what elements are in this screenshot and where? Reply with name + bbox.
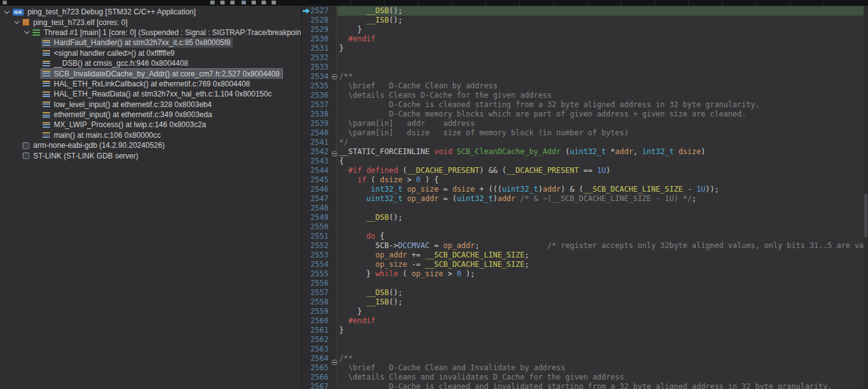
code-line[interactable]: op_addr += __SCB_DCACHE_LINE_SIZE;	[337, 251, 864, 260]
stack-frame-row[interactable]: __DSB() at cmsis_gcc.h:946 0x8004408	[0, 58, 301, 68]
fold-gutter-row[interactable]	[332, 179, 336, 189]
annotation-gutter-row[interactable]	[302, 281, 310, 290]
code-line[interactable]: do {	[337, 232, 864, 241]
code-line[interactable]: \details Cleans and invalidates D_Cache …	[337, 373, 864, 382]
annotation-gutter-row[interactable]	[302, 102, 310, 112]
code-line[interactable]	[337, 279, 864, 288]
code-line[interactable]: __DSB();	[337, 6, 864, 16]
annotation-gutter-row[interactable]	[302, 27, 310, 36]
fold-gutter-row[interactable]	[332, 254, 336, 264]
fold-gutter-row[interactable]	[332, 311, 336, 320]
gdb-server-row[interactable]: ST-LINK (ST-LINK GDB server)	[0, 150, 301, 160]
fold-gutter-row[interactable]	[332, 245, 336, 254]
fold-gutter-row[interactable]	[332, 329, 336, 339]
stack-frame-row[interactable]: main() at main.c:106 0x80000cc	[0, 130, 301, 140]
fold-gutter-row[interactable]	[332, 83, 336, 93]
code-line[interactable]: }	[337, 25, 864, 34]
code-line[interactable]: D-Cache is cleaned and invalidated start…	[337, 382, 864, 389]
annotation-gutter-row[interactable]	[302, 215, 310, 224]
thread-row[interactable]: Thread #1 [main] 1 [core: 0] (Suspended …	[0, 28, 301, 38]
code-line[interactable]: }	[337, 44, 864, 53]
editor-scrollbar[interactable]	[864, 6, 868, 389]
annotation-gutter-row[interactable]	[302, 375, 310, 384]
code-line[interactable]: uint32_t op_addr = (uint32_t)addr /* & ~…	[337, 194, 864, 204]
fold-gutter-row[interactable]	[332, 292, 336, 301]
fold-gutter-row[interactable]	[332, 320, 336, 329]
expander-chevron-icon[interactable]	[13, 18, 21, 26]
annotation-gutter-row[interactable]	[302, 130, 310, 140]
fold-gutter-row[interactable]	[332, 170, 336, 179]
fold-gutter-row[interactable]	[332, 360, 336, 369]
fold-gutter-row[interactable]	[332, 189, 336, 198]
fold-gutter-row[interactable]	[332, 140, 336, 149]
toolbar-icon[interactable]	[262, 1, 266, 4]
annotation-gutter-row[interactable]	[302, 271, 310, 281]
annotation-gutter-row[interactable]	[302, 112, 310, 121]
code-line[interactable]: if ( dsize > 0 ) {	[337, 175, 864, 185]
code-line[interactable]: /**	[337, 72, 864, 81]
toolbar-icon[interactable]	[3, 1, 7, 4]
code-line[interactable]: \param[in] addr address	[337, 119, 864, 128]
fold-collapse-icon[interactable]	[332, 151, 337, 157]
fold-gutter-row[interactable]	[332, 63, 336, 72]
toolbar-icon[interactable]	[242, 1, 246, 4]
fold-gutter-row[interactable]	[332, 348, 336, 358]
fold-gutter-row[interactable]	[332, 16, 336, 25]
annotation-gutter-row[interactable]	[302, 187, 310, 196]
stack-frame-row[interactable]: low_level_input() at ethernetif.c:328 0x…	[0, 100, 301, 110]
toolbar-icon[interactable]	[230, 1, 235, 4]
code-line[interactable]: }	[337, 326, 864, 335]
code-line[interactable]	[337, 63, 864, 72]
annotation-gutter-row[interactable]	[302, 140, 310, 149]
fold-gutter-row[interactable]	[332, 236, 336, 245]
annotation-gutter-row[interactable]	[302, 224, 310, 234]
code-line[interactable]: /**	[337, 354, 864, 363]
fold-gutter-row[interactable]	[332, 34, 336, 44]
annotation-gutter-row[interactable]	[302, 55, 310, 65]
stack-frame-row[interactable]: MX_LWIP_Process() at lwip.c:146 0x8003c2…	[0, 120, 301, 130]
code-line[interactable]: __STATIC_FORCEINLINE void SCB_CleanDCach…	[337, 147, 864, 157]
code-line[interactable]	[337, 204, 864, 213]
annotation-gutter-row[interactable]	[302, 346, 310, 356]
fold-gutter-row[interactable]	[332, 369, 336, 378]
expander-chevron-icon[interactable]	[3, 8, 11, 16]
code-line[interactable]: D-Cache memory blocks which are part of …	[337, 110, 864, 119]
fold-gutter-row[interactable]	[332, 6, 336, 16]
fold-gutter-row[interactable]	[332, 207, 336, 217]
process-row[interactable]: ping_test_h723.elf [cores: 0]	[0, 17, 301, 27]
fold-gutter-row[interactable]	[332, 25, 336, 34]
toolbar-icon[interactable]	[272, 1, 276, 4]
annotation-gutter-row[interactable]	[302, 65, 310, 74]
fold-gutter-row[interactable]	[332, 160, 336, 170]
fold-gutter-row[interactable]	[332, 121, 336, 130]
fold-gutter-row[interactable]	[332, 130, 336, 140]
code-line[interactable]: #endif	[337, 34, 864, 44]
code-line[interactable]: {	[337, 157, 864, 166]
annotation-gutter-row[interactable]	[302, 262, 310, 271]
annotation-gutter-row[interactable]	[302, 177, 310, 187]
annotation-gutter-row[interactable]	[302, 8, 310, 18]
code-line[interactable]	[337, 222, 864, 232]
code-line[interactable]	[337, 53, 864, 63]
launch-config-row[interactable]: IDEping_test_h723 Debug [STM32 C/C++ App…	[0, 7, 301, 17]
fold-collapse-icon[interactable]	[332, 74, 337, 80]
code-line[interactable]: int32_t op_size = dsize + (((uint32_t)ad…	[337, 185, 864, 194]
stack-frame-row[interactable]: <signal handler called>() at 0xffffffe9	[0, 48, 301, 58]
annotation-gutter-row[interactable]	[302, 299, 310, 309]
fold-gutter-row[interactable]	[332, 93, 336, 102]
annotation-gutter-row[interactable]	[302, 356, 310, 365]
fold-gutter-row[interactable]	[332, 264, 336, 273]
gdb-row[interactable]: arm-none-eabi-gdb (14.2.90.20240526)	[0, 140, 301, 150]
annotation-gutter-row[interactable]	[302, 121, 310, 130]
toolbar-icon[interactable]	[210, 1, 215, 4]
fold-gutter-row[interactable]	[332, 198, 336, 207]
fold-gutter-row[interactable]	[332, 44, 336, 53]
annotation-gutter-row[interactable]	[302, 234, 310, 243]
code-line[interactable]	[337, 345, 864, 354]
fold-gutter-row[interactable]	[332, 112, 336, 121]
annotation-gutter-row[interactable]	[302, 149, 310, 158]
annotation-gutter-row[interactable]	[302, 243, 310, 252]
annotation-gutter-row[interactable]	[302, 205, 310, 215]
fold-gutter-row[interactable]	[332, 283, 336, 292]
code-line[interactable]: D-Cache is cleaned starting from a 32 by…	[337, 100, 864, 110]
